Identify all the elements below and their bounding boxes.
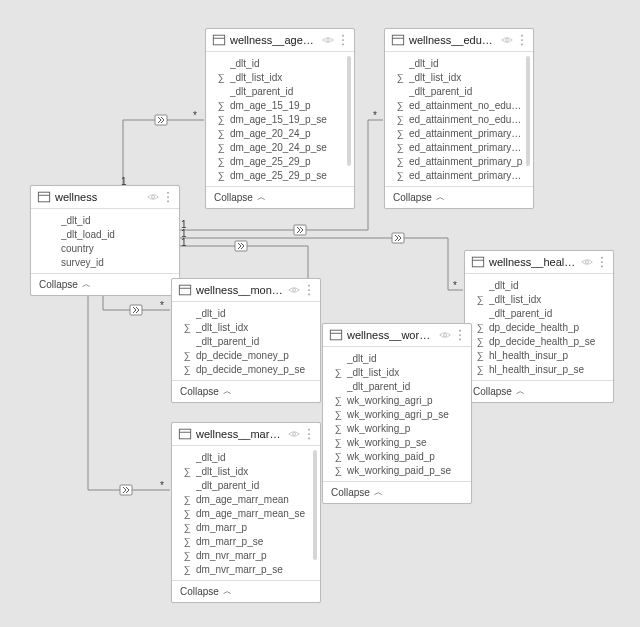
sigma-icon: ∑ xyxy=(182,564,192,575)
field-row[interactable]: ∑dm_age_marr_mean xyxy=(172,492,320,506)
collapse-toggle[interactable]: Collapse ︿ xyxy=(172,380,320,402)
erd-table-wellness[interactable]: wellness _dlt_id _dlt_load_id country su… xyxy=(30,185,180,296)
field-row[interactable]: ∑dm_age_25_29_p_se xyxy=(206,168,354,182)
erd-table-education[interactable]: wellness__education_... _dlt_id ∑_dlt_li… xyxy=(384,28,534,209)
chevron-up-icon: ︿ xyxy=(516,385,525,398)
field-row[interactable]: ∑dm_age_15_19_p xyxy=(206,98,354,112)
field-row[interactable]: ∑wk_working_paid_p_se xyxy=(323,463,471,477)
erd-table-age-related[interactable]: wellness__age_related _dlt_id ∑_dlt_list… xyxy=(205,28,355,209)
field-row[interactable]: ∑ed_attainment_primary_comple... xyxy=(385,140,533,154)
field-row[interactable]: ∑ed_attainment_no_educ_p_se xyxy=(385,112,533,126)
visibility-icon[interactable] xyxy=(147,191,159,203)
field-row[interactable]: ∑ed_attainment_primary_p_se xyxy=(385,168,533,182)
field-row[interactable]: _dlt_parent_id xyxy=(206,84,354,98)
svg-point-21 xyxy=(521,35,523,37)
field-row[interactable]: ∑dm_age_marr_mean_se xyxy=(172,506,320,520)
erd-table-health[interactable]: wellness__health_relat... _dlt_id ∑_dlt_… xyxy=(464,250,614,403)
svg-point-40 xyxy=(459,334,461,336)
field-row[interactable]: ∑dm_age_20_24_p_se xyxy=(206,140,354,154)
more-options-icon[interactable] xyxy=(304,283,314,297)
sigma-icon: ∑ xyxy=(475,336,485,347)
sigma-icon: ∑ xyxy=(333,409,343,420)
svg-point-33 xyxy=(601,257,603,259)
field-row[interactable]: ∑dm_age_25_29_p xyxy=(206,154,354,168)
field-row[interactable]: ∑_dlt_list_idx xyxy=(172,464,320,478)
erd-table-header[interactable]: wellness xyxy=(31,186,179,209)
field-row[interactable]: _dlt_parent_id xyxy=(172,334,320,348)
erd-table-header[interactable]: wellness__education_... xyxy=(385,29,533,52)
field-row[interactable]: _dlt_parent_id xyxy=(385,84,533,98)
field-row[interactable]: _dlt_id xyxy=(172,306,320,320)
field-row[interactable]: _dlt_parent_id xyxy=(323,379,471,393)
collapse-toggle[interactable]: Collapse ︿ xyxy=(323,481,471,503)
field-row[interactable]: ∑dp_decide_money_p_se xyxy=(172,362,320,376)
scrollbar[interactable] xyxy=(347,56,351,166)
svg-point-9 xyxy=(167,192,169,194)
collapse-toggle[interactable]: Collapse ︿ xyxy=(31,273,179,295)
field-row[interactable]: ∑dm_nvr_marr_p xyxy=(172,548,320,562)
erd-table-header[interactable]: wellness__age_related xyxy=(206,29,354,52)
field-row[interactable]: ∑dm_nvr_marr_p_se xyxy=(172,562,320,576)
field-row[interactable]: survey_id xyxy=(35,255,179,269)
collapse-toggle[interactable]: Collapse ︿ xyxy=(172,580,320,602)
field-row[interactable]: _dlt_id xyxy=(465,278,613,292)
visibility-icon[interactable] xyxy=(288,428,300,440)
more-options-icon[interactable] xyxy=(597,255,607,269)
visibility-icon[interactable] xyxy=(322,34,334,46)
erd-table-header[interactable]: wellness__marriage_r... xyxy=(172,423,320,446)
sigma-icon: ∑ xyxy=(395,156,405,167)
more-options-icon[interactable] xyxy=(304,427,314,441)
field-row[interactable]: ∑ed_attainment_no_educ_p xyxy=(385,98,533,112)
field-row[interactable]: country xyxy=(35,241,179,255)
field-row[interactable]: ∑dp_decide_health_p_se xyxy=(465,334,613,348)
erd-table-marriage[interactable]: wellness__marriage_r... _dlt_id ∑_dlt_li… xyxy=(171,422,321,603)
field-row[interactable]: _dlt_load_id xyxy=(35,227,179,241)
scrollbar[interactable] xyxy=(526,56,530,166)
more-options-icon[interactable] xyxy=(338,33,348,47)
field-row[interactable]: _dlt_parent_id xyxy=(465,306,613,320)
field-row[interactable]: ∑wk_working_agri_p xyxy=(323,393,471,407)
collapse-toggle[interactable]: Collapse ︿ xyxy=(206,186,354,208)
field-row[interactable]: ∑_dlt_list_idx xyxy=(385,70,533,84)
field-row[interactable]: ∑ed_attainment_primary_p xyxy=(385,154,533,168)
visibility-icon[interactable] xyxy=(501,34,513,46)
field-row[interactable]: _dlt_id xyxy=(206,56,354,70)
field-row[interactable]: ∑_dlt_list_idx xyxy=(206,70,354,84)
visibility-icon[interactable] xyxy=(439,329,451,341)
field-row[interactable]: ∑dm_age_15_19_p_se xyxy=(206,112,354,126)
field-row[interactable]: ∑hl_health_insur_p xyxy=(465,348,613,362)
visibility-icon[interactable] xyxy=(288,284,300,296)
erd-table-work[interactable]: wellness__work_related _dlt_id ∑_dlt_lis… xyxy=(322,323,472,504)
field-row[interactable]: _dlt_parent_id xyxy=(172,478,320,492)
field-row[interactable]: ∑_dlt_list_idx xyxy=(323,365,471,379)
more-options-icon[interactable] xyxy=(517,33,527,47)
field-row[interactable]: ∑wk_working_p xyxy=(323,421,471,435)
erd-table-header[interactable]: wellness__health_relat... xyxy=(465,251,613,274)
field-row[interactable]: _dlt_id xyxy=(35,213,179,227)
erd-table-money[interactable]: wellness__money_rela... _dlt_id ∑_dlt_li… xyxy=(171,278,321,403)
field-row[interactable]: _dlt_id xyxy=(323,351,471,365)
field-row[interactable]: ∑dm_age_20_24_p xyxy=(206,126,354,140)
field-row[interactable]: ∑dp_decide_money_p xyxy=(172,348,320,362)
collapse-toggle[interactable]: Collapse ︿ xyxy=(465,380,613,402)
erd-table-header[interactable]: wellness__work_related xyxy=(323,324,471,347)
field-row[interactable]: ∑wk_working_paid_p xyxy=(323,449,471,463)
collapse-toggle[interactable]: Collapse ︿ xyxy=(385,186,533,208)
field-row[interactable]: ∑dm_marr_p xyxy=(172,520,320,534)
field-row[interactable]: _dlt_id xyxy=(385,56,533,70)
more-options-icon[interactable] xyxy=(163,190,173,204)
field-row[interactable]: _dlt_id xyxy=(172,450,320,464)
field-row[interactable]: ∑dm_marr_p_se xyxy=(172,534,320,548)
field-row[interactable]: ∑dp_decide_health_p xyxy=(465,320,613,334)
visibility-icon[interactable] xyxy=(581,256,593,268)
field-row[interactable]: ∑hl_health_insur_p_se xyxy=(465,362,613,376)
field-row[interactable]: ∑ed_attainment_primary_comple... xyxy=(385,126,533,140)
sigma-icon: ∑ xyxy=(216,114,226,125)
field-row[interactable]: ∑_dlt_list_idx xyxy=(465,292,613,306)
field-row[interactable]: ∑wk_working_p_se xyxy=(323,435,471,449)
more-options-icon[interactable] xyxy=(455,328,465,342)
scrollbar[interactable] xyxy=(313,450,317,560)
field-row[interactable]: ∑wk_working_agri_p_se xyxy=(323,407,471,421)
field-row[interactable]: ∑_dlt_list_idx xyxy=(172,320,320,334)
erd-table-header[interactable]: wellness__money_rela... xyxy=(172,279,320,302)
